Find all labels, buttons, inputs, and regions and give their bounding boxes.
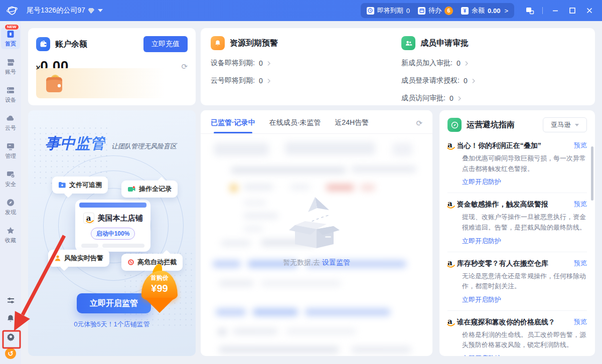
sidebar-item-label: 发现 [5, 209, 16, 216]
row-label: 设备即将到期: [211, 59, 255, 68]
company-switcher[interactable]: 尾号1326的公司97 [27, 6, 103, 15]
tag-label: 操作全记录 [139, 185, 172, 194]
empty-text: 暂无数据,去 [283, 258, 322, 266]
enable-protection-link[interactable]: 立即开启防护 [462, 354, 587, 356]
alerts-title: 资源到期预警 [230, 38, 278, 49]
members-icon [401, 36, 415, 50]
preview-link[interactable]: 预览 [574, 141, 587, 150]
promo-card: 事中监管 让团队管理无风险盲区 文件可追溯 操作全记录 a 美国本土店铺 启动中… [28, 110, 196, 356]
sidebar-item-label: 账号 [5, 68, 16, 76]
window-separator [542, 7, 543, 14]
row-label: 新成员加入审批: [401, 59, 453, 68]
minimize-icon[interactable] [548, 3, 563, 18]
sidebar-item-discover[interactable]: 发现 [1, 196, 20, 218]
service-icon[interactable]: ↺ [5, 348, 16, 359]
sidebar-item-favorites[interactable]: 收藏 [1, 224, 20, 246]
person-icon [54, 255, 61, 262]
approval-row-login[interactable]: 成员登录请求授权: 0 [401, 76, 582, 85]
status-pill: 即将到期 0 待办 6 ¥ 余额 0.00 > [361, 3, 514, 18]
discover-icon [6, 198, 16, 208]
balance-value: 0.00 [488, 7, 500, 15]
tag-label: 风险实时告警 [64, 254, 103, 263]
recharge-button[interactable]: 立即充值 [143, 36, 188, 52]
close-icon[interactable] [582, 3, 597, 18]
approval-row-access[interactable]: 成员访问审批: 0 [401, 94, 582, 103]
balance-card: 账户余额 立即充值 ¥ 0.00 ⟳ [28, 28, 196, 105]
alert-row-devices[interactable]: 设备即将到期: 0 [211, 59, 386, 68]
gear-icon[interactable] [4, 330, 17, 343]
sidebar-item-label: 首页 [5, 40, 16, 48]
monitor-panel: 已监管·记录中 在线成员·未监管 近24H告警 ⟳ [201, 110, 432, 356]
guide-item-title: 库存秒变零？有人在搬空仓库 [457, 259, 569, 268]
row-value: 0 [259, 59, 263, 67]
row-value: 0 [464, 77, 468, 85]
folder-icon [58, 181, 66, 189]
amazon-icon: a [447, 141, 453, 149]
expiry-clock-icon [367, 7, 374, 15]
sidebar-item-accounts[interactable]: 账号 [1, 56, 20, 77]
sidebar-item-security[interactable]: 安全 [1, 168, 20, 190]
store-name: 美国本土店铺 [98, 214, 143, 223]
sidebar-item-cloud[interactable]: 云号 [1, 112, 20, 133]
row-value: 0 [449, 94, 454, 102]
security-icon [6, 169, 16, 179]
chevron-right-icon: > [504, 7, 508, 15]
expiring-item[interactable]: 即将到期 0 [367, 6, 410, 15]
row-label: 成员登录请求授权: [401, 76, 460, 85]
row-label: 云号即将到期: [211, 76, 255, 85]
todo-label: 待办 [428, 6, 441, 15]
promo-subtitle: 让团队管理无风险盲区 [111, 142, 177, 151]
balance-yen-icon: ¥ [461, 7, 469, 15]
diamond-badge-icon [88, 8, 94, 14]
sidebar-item-home[interactable]: NEW 首页 [1, 28, 20, 49]
store-status-badge: 启动中100% [91, 228, 135, 240]
device-icon [6, 85, 16, 95]
enable-protection-link[interactable]: 立即开启防护 [462, 237, 587, 246]
tab-online-unmonitored[interactable]: 在线成员·未监管 [269, 118, 321, 133]
tab-monitored-recording[interactable]: 已监管·记录中 [211, 118, 255, 133]
sidebar-item-manage[interactable]: 管理 [1, 140, 20, 161]
todo-count-badge: 6 [444, 7, 453, 15]
alert-row-cloud[interactable]: 云号即将到期: 0 [211, 76, 386, 85]
dual-screen-icon[interactable] [522, 3, 537, 18]
sidebar-item-label: 安全 [5, 180, 16, 188]
sidebar-item-label: 云号 [5, 124, 16, 132]
platform-select[interactable]: 亚马逊 [543, 117, 587, 132]
guide-list: a 当心！你的利润正在“叠加” 预览 叠加优惠可瞬间导致巨额亏损，每一次异常点击… [447, 134, 587, 356]
caret-down-icon [98, 9, 103, 12]
sliders-icon[interactable] [4, 294, 17, 307]
promo-footnote[interactable]: 0元体验5天！1个店铺监管 [28, 320, 196, 329]
guide-item: a 谁在窥探和篡改你的价格底线？ 预览 价格是利润的生命线。员工改价即告警，源头… [447, 311, 587, 356]
enable-protection-link[interactable]: 立即开启防护 [462, 295, 587, 304]
maximize-icon[interactable] [565, 3, 580, 18]
guide-item-body: 价格是利润的生命线。员工改价即告警，源头预防价格篡改风险，锁定利润防线。 [462, 330, 587, 350]
compass-icon [447, 118, 462, 132]
sidebar-item-devices[interactable]: 设备 [1, 84, 20, 105]
bell-icon[interactable] [4, 312, 17, 325]
balance-card-title: 账户余额 [55, 39, 87, 50]
tab-24h-alerts[interactable]: 近24H告警 [335, 118, 369, 133]
store-card-topbar [79, 203, 146, 208]
scrollbar[interactable] [591, 146, 593, 201]
refresh-icon[interactable]: ⟳ [416, 119, 422, 133]
guide-panel: 运营避坑指南 亚马逊 a 当心！你的利润正在“叠加” 预览 叠加优惠可瞬间导致巨… [439, 110, 595, 356]
empty-state: 暂无数据,去 设置监管 [201, 194, 432, 267]
preview-link[interactable]: 预览 [574, 200, 587, 209]
setup-monitoring-link[interactable]: 设置监管 [322, 258, 350, 266]
balance-item[interactable]: ¥ 余额 0.00 > [461, 6, 508, 15]
chevron-right-icon [465, 61, 469, 66]
store-card: a 美国本土店铺 启动中100% [75, 200, 150, 252]
manage-icon [6, 141, 16, 151]
enable-protection-link[interactable]: 立即开启防护 [462, 177, 587, 187]
guide-item-title: 资金敏感操作，触发高级警报 [457, 200, 569, 209]
preview-link[interactable]: 预览 [574, 317, 587, 326]
tag-full-record: 操作全记录 [121, 180, 178, 198]
monitor-body: 暂无数据,去 设置监管 [201, 134, 432, 356]
cloud-icon [6, 113, 16, 123]
tag-label: 文件可追溯 [69, 180, 102, 190]
flame-label: 首购价 [138, 274, 181, 282]
preview-link[interactable]: 预览 [574, 259, 587, 268]
promo-title: 事中监管 [45, 133, 105, 154]
todo-item[interactable]: 待办 6 [418, 6, 453, 15]
approval-row-join[interactable]: 新成员加入审批: 0 [401, 59, 582, 68]
